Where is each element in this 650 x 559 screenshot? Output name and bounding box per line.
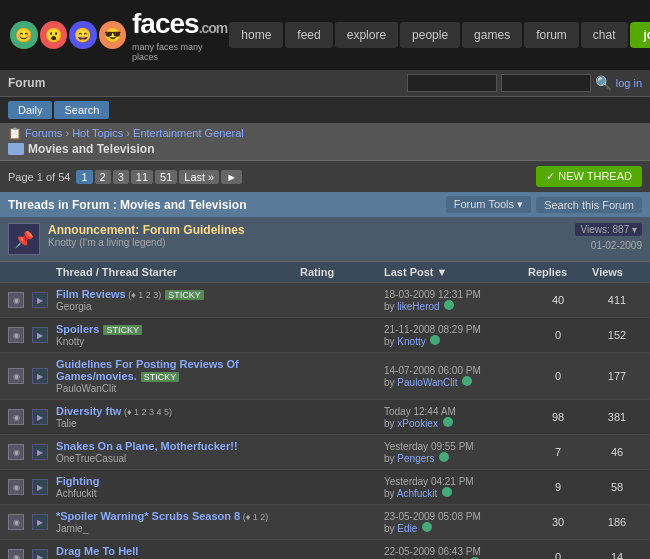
thread-type-icon: ▶ xyxy=(32,327,48,343)
replies-cell: 98 xyxy=(528,411,588,423)
search-input-2[interactable] xyxy=(501,74,591,92)
daily-button[interactable]: Daily xyxy=(8,101,52,119)
forum-tools-row: Threads in Forum : Movies and Television… xyxy=(0,192,650,217)
last-post-link[interactable]: Achfuckit xyxy=(397,488,438,499)
thread-title-cell: Guidelines For Posting Reviews Of Games/… xyxy=(56,358,296,394)
thread-extras: (♦ 1 2 3 4 5) xyxy=(121,407,172,417)
replies-cell: 0 xyxy=(528,551,588,559)
thread-starter[interactable]: OneTrueCasual xyxy=(56,453,126,464)
thread-starter[interactable]: Jamie_ xyxy=(56,523,88,534)
last-post-link[interactable]: PauloWanClit xyxy=(397,377,457,388)
thread-extras: (♦ 1 2 3) xyxy=(126,290,162,300)
search-button[interactable]: Search xyxy=(54,101,109,119)
login-link[interactable]: log in xyxy=(616,77,642,89)
nav-join[interactable]: join! xyxy=(630,22,650,48)
thread-title-link[interactable]: Fighting xyxy=(56,475,99,487)
thread-starter[interactable]: Talie xyxy=(56,418,77,429)
table-row: ◉▶ Fighting Achfuckit Yesterday 04:21 PM… xyxy=(0,470,650,505)
thread-title-link[interactable]: Diversity ftw xyxy=(56,405,121,417)
pagination-row: Page 1 of 54 1 2 3 11 51 Last » ► ✓ NEW … xyxy=(0,161,650,192)
thread-status-icon: ◉ xyxy=(8,479,24,495)
nav-explore[interactable]: explore xyxy=(335,22,398,48)
thread-title-link[interactable]: Spoilers xyxy=(56,323,99,335)
last-post-link[interactable]: xPookiex xyxy=(397,418,438,429)
thread-status-icon: ◉ xyxy=(8,409,24,425)
thread-title-link[interactable]: Drag Me To Hell xyxy=(56,545,138,557)
threads-list: ◉▶ Film Reviews (♦ 1 2 3)STICKY Georgia … xyxy=(0,283,650,559)
thread-extras: (♦ 1 2) xyxy=(240,512,268,522)
breadcrumb-hot-topics[interactable]: Hot Topics xyxy=(72,127,123,139)
thread-title-cell: Fighting Achfuckit xyxy=(56,475,296,499)
replies-cell: 0 xyxy=(528,329,588,341)
logo-text: faces.com xyxy=(132,8,229,40)
thread-starter[interactable]: Achfuckit xyxy=(56,488,97,499)
announce-sub: Knotty (I'm a living legend) xyxy=(48,237,567,248)
views-cell: 58 xyxy=(592,481,642,493)
thread-type-icon: ▶ xyxy=(32,514,48,530)
thread-type-icon: ▶ xyxy=(32,368,48,384)
thread-type-icon: ▶ xyxy=(32,409,48,425)
thread-title-link[interactable]: *Spoiler Warning* Scrubs Season 8 xyxy=(56,510,240,522)
page-last[interactable]: Last » xyxy=(179,170,219,184)
thread-title-link[interactable]: Film Reviews xyxy=(56,288,126,300)
breadcrumb-forums[interactable]: Forums xyxy=(25,127,62,139)
thread-title-link[interactable]: Snakes On a Plane, Motherfucker!! xyxy=(56,440,238,452)
page-3[interactable]: 3 xyxy=(113,170,129,184)
page-arrow[interactable]: ► xyxy=(221,170,242,184)
go-icon xyxy=(462,376,472,386)
last-post-cell: Yesterday 04:21 PMby Achfuckit xyxy=(384,476,524,499)
views-cell: 186 xyxy=(592,516,642,528)
nav-feed[interactable]: feed xyxy=(285,22,332,48)
announce-title[interactable]: Announcement: Forum Guidelines xyxy=(48,223,567,237)
thread-starter[interactable]: Georgia xyxy=(56,301,92,312)
search-icon: 🔍 xyxy=(595,75,612,91)
last-post-cell: 18-03-2009 12:31 PMby likeHerod xyxy=(384,289,524,312)
views-cell: 14 xyxy=(592,551,642,559)
thread-starter[interactable]: Knotty xyxy=(56,336,84,347)
page-1[interactable]: 1 xyxy=(76,170,92,184)
last-post-link[interactable]: likeHerod xyxy=(397,301,439,312)
pagination-label: Page 1 of 54 xyxy=(8,171,70,183)
thread-status-icon: ◉ xyxy=(8,549,24,559)
col-thread-header: Thread / Thread Starter xyxy=(56,266,296,278)
thread-starter[interactable]: PauloWanClit xyxy=(56,383,116,394)
tools-right: Forum Tools ▾ Search this Forum xyxy=(446,196,642,213)
replies-cell: 9 xyxy=(528,481,588,493)
forum-tools-button[interactable]: Forum Tools ▾ xyxy=(446,196,531,213)
search-input-1[interactable] xyxy=(407,74,497,92)
tagline: many faces many places xyxy=(132,42,229,62)
logo-area: 😊 😮 😄 😎 faces.com many faces many places xyxy=(10,8,229,62)
last-post-link[interactable]: Edie xyxy=(397,523,417,534)
last-post-cell: 14-07-2008 06:00 PMby PauloWanClit xyxy=(384,365,524,388)
go-icon xyxy=(443,417,453,427)
subforum-title: Movies and Television xyxy=(8,140,642,156)
announce-icon: 📌 xyxy=(8,223,40,255)
last-post-cell: Today 12:44 AMby xPookiex xyxy=(384,406,524,429)
last-post-link[interactable]: Pengers xyxy=(397,453,434,464)
nav-chat[interactable]: chat xyxy=(581,22,628,48)
nav-forum[interactable]: forum xyxy=(524,22,579,48)
nav-games[interactable]: games xyxy=(462,22,522,48)
last-post-link[interactable]: Knotty xyxy=(397,336,425,347)
main-nav: home feed explore people games forum cha… xyxy=(229,22,650,48)
thread-title-cell: Film Reviews (♦ 1 2 3)STICKY Georgia xyxy=(56,288,296,312)
col-last-header[interactable]: Last Post ▼ xyxy=(384,266,524,278)
nav-home[interactable]: home xyxy=(229,22,283,48)
breadcrumb-entertainment[interactable]: Entertainment General xyxy=(133,127,244,139)
page-2[interactable]: 2 xyxy=(95,170,111,184)
search-forum-button[interactable]: Search this Forum xyxy=(536,197,642,213)
new-thread-button[interactable]: ✓ NEW THREAD xyxy=(536,166,642,187)
table-header: Thread / Thread Starter Rating Last Post… xyxy=(0,262,650,283)
announcement-row: 📌 Announcement: Forum Guidelines Knotty … xyxy=(0,217,650,262)
sticky-tag: STICKY xyxy=(165,290,204,300)
go-icon xyxy=(444,300,454,310)
page-51[interactable]: 51 xyxy=(155,170,177,184)
go-icon xyxy=(439,452,449,462)
replies-cell: 7 xyxy=(528,446,588,458)
page-11[interactable]: 11 xyxy=(131,170,153,184)
table-row: ◉▶ Snakes On a Plane, Motherfucker!! One… xyxy=(0,435,650,470)
nav-people[interactable]: people xyxy=(400,22,460,48)
col-views-header: Views xyxy=(592,266,642,278)
threads-in-forum-label: Threads in Forum : Movies and Television xyxy=(8,198,247,212)
forum-toolbar: Forum 🔍 log in xyxy=(0,70,650,97)
